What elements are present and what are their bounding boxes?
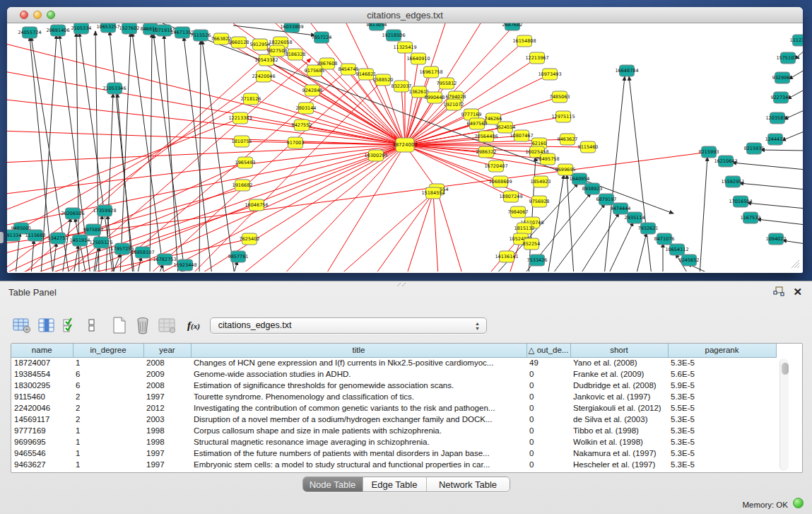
select-columns-icon[interactable] <box>62 317 76 334</box>
table-cell[interactable]: 1 <box>73 425 143 436</box>
network-table-select[interactable]: citations_edges.txt ▲▼ <box>210 317 487 334</box>
table-cell[interactable]: 1 <box>73 436 143 448</box>
network-edge[interactable] <box>760 150 803 151</box>
table-cell[interactable]: 2009 <box>143 368 191 380</box>
network-edge[interactable] <box>700 157 707 271</box>
table-cell[interactable]: 0 <box>526 391 570 402</box>
column-header[interactable]: title <box>191 344 526 357</box>
network-edge[interactable] <box>551 204 605 271</box>
table-cell[interactable]: 5.5E-5 <box>668 402 776 414</box>
table-cell[interactable]: 0 <box>526 459 570 470</box>
table-cell[interactable]: 9465546 <box>11 448 73 459</box>
table-cell[interactable]: 9699695 <box>11 436 73 448</box>
table-cell[interactable]: Embryonic stem cells: a model to study s… <box>191 459 526 470</box>
table-row[interactable]: 977716911998Corpus callosum shape and si… <box>11 425 776 436</box>
table-cell[interactable]: 5.3E-5 <box>668 459 776 470</box>
network-edge[interactable] <box>251 99 405 145</box>
table-cell[interactable]: Investigating the contribution of common… <box>191 402 526 414</box>
table-cell[interactable]: Estimation of the future numbers of pati… <box>191 448 526 459</box>
table-row[interactable]: 946554611997Estimation of the future num… <box>11 448 776 459</box>
network-edge[interactable] <box>7 145 405 163</box>
table-cell[interactable]: 1998 <box>143 436 191 448</box>
table-cell[interactable]: 2 <box>73 414 143 425</box>
delete-table-icon[interactable] <box>134 317 151 334</box>
network-edge[interactable] <box>433 193 438 271</box>
table-cell[interactable]: Tourette syndrome. Phenomenology and cla… <box>191 391 526 402</box>
table-cell[interactable]: 1 <box>73 448 143 459</box>
table-cell[interactable]: Dudbridge et al. (2008) <box>570 380 668 391</box>
table-cell[interactable]: 5.6E-5 <box>668 368 776 380</box>
window-titlebar[interactable]: citations_edges.txt <box>7 7 803 23</box>
table-cell[interactable]: 5.3E-5 <box>668 425 776 436</box>
table-cell[interactable]: 2012 <box>143 402 191 414</box>
tab-edge-table[interactable]: Edge Table <box>363 477 427 491</box>
table-settings-icon[interactable] <box>13 317 31 334</box>
table-cell[interactable]: 5.3E-5 <box>668 391 776 402</box>
table-cell[interactable]: 0 <box>526 448 570 459</box>
table-cell[interactable]: 0 <box>526 414 570 425</box>
table-cell[interactable]: 2 <box>73 391 143 402</box>
table-cell[interactable]: Tibbo et al. (1998) <box>570 425 668 436</box>
splitter-grip-icon[interactable] <box>396 282 408 287</box>
tab-network-table[interactable]: Network Table <box>427 477 510 491</box>
table-row[interactable]: 1872400712008Changes of HCN gene express… <box>11 357 776 368</box>
table-cell[interactable]: 1 <box>73 459 143 470</box>
network-edge[interactable] <box>7 145 405 194</box>
network-edge[interactable] <box>164 35 178 271</box>
network-edge[interactable] <box>240 145 405 271</box>
network-edge[interactable] <box>757 219 803 225</box>
network-edge[interactable] <box>198 145 405 271</box>
network-edge[interactable] <box>608 222 633 271</box>
table-cell[interactable]: 1997 <box>143 448 191 459</box>
table-cell[interactable]: Estimation of significance thresholds fo… <box>191 380 526 391</box>
float-panel-icon[interactable] <box>773 286 784 297</box>
table-cell[interactable]: 6 <box>73 368 143 380</box>
table-cell[interactable]: Nakamura et al. (1997) <box>570 448 668 459</box>
table-cell[interactable]: Stergiakouli et al. (2012) <box>570 402 668 414</box>
table-cell[interactable]: Jankovic et al. (1997) <box>570 391 668 402</box>
resize-grip-icon[interactable] <box>789 258 800 269</box>
network-view-window[interactable]: citations_edges.txt 24055724206914062105… <box>7 7 803 273</box>
table-cell[interactable]: 2003 <box>143 414 191 425</box>
tab-node-table[interactable]: Node Table <box>303 477 363 491</box>
table-cell[interactable]: 9115460 <box>11 391 73 402</box>
table-row[interactable]: 1456911722003Disruption of a novel membe… <box>11 414 776 425</box>
table-cell[interactable]: Disruption of a novel member of a sodium… <box>191 414 526 425</box>
table-cell[interactable]: 1997 <box>143 391 191 402</box>
network-edge[interactable] <box>73 245 78 271</box>
network-edge[interactable] <box>732 163 803 170</box>
table-scrollbar-thumb[interactable] <box>782 363 789 375</box>
network-edge[interactable] <box>150 33 152 271</box>
table-row[interactable]: 969969511998Structural magnetic resonanc… <box>11 436 776 448</box>
table-cell[interactable]: 18300295 <box>11 380 73 391</box>
table-cell[interactable]: de Silva et al. (2003) <box>570 414 668 425</box>
network-edge[interactable] <box>579 213 619 271</box>
table-cell[interactable]: 22420046 <box>11 402 73 414</box>
network-edge[interactable] <box>325 145 405 271</box>
table-cell[interactable]: Wolkin et al. (1998) <box>570 436 668 448</box>
network-edge[interactable] <box>31 240 34 271</box>
column-header[interactable]: pagerank <box>668 344 776 357</box>
network-edge[interactable] <box>739 183 803 189</box>
network-canvas[interactable]: 2405572420691406210533410653257152760284… <box>7 23 803 271</box>
table-cell[interactable]: 5.3E-5 <box>668 448 776 459</box>
table-cell[interactable]: 0 <box>526 425 570 436</box>
column-header[interactable]: year <box>143 344 191 357</box>
table-row[interactable]: 911546021997Tourette syndrome. Phenomeno… <box>11 391 776 402</box>
table-cell[interactable]: 18724007 <box>11 357 73 368</box>
table-cell[interactable]: 1 <box>73 357 143 368</box>
table-cell[interactable]: Genome-wide association studies in ADHD. <box>191 368 526 380</box>
table-row[interactable]: 1830029562008Estimation of significance … <box>11 380 776 391</box>
table-cell[interactable]: 5.9E-5 <box>668 380 776 391</box>
network-edge[interactable] <box>629 76 652 271</box>
network-edge[interactable] <box>375 193 433 271</box>
table-cell[interactable]: Corpus callosum shape and size in male p… <box>191 425 526 436</box>
table-cell[interactable]: 9463627 <box>11 459 73 470</box>
table-cell[interactable]: 6 <box>73 380 143 391</box>
row-height-icon[interactable] <box>88 317 96 334</box>
network-edge[interactable] <box>437 189 463 271</box>
table-row[interactable]: 946362711997Embryonic stem cells: a mode… <box>11 459 776 470</box>
citation-network-graph[interactable]: 2405572420691406210533410653257152760284… <box>7 23 803 271</box>
table-column-icon[interactable] <box>38 317 55 334</box>
table-cell[interactable]: 9777169 <box>11 425 73 436</box>
